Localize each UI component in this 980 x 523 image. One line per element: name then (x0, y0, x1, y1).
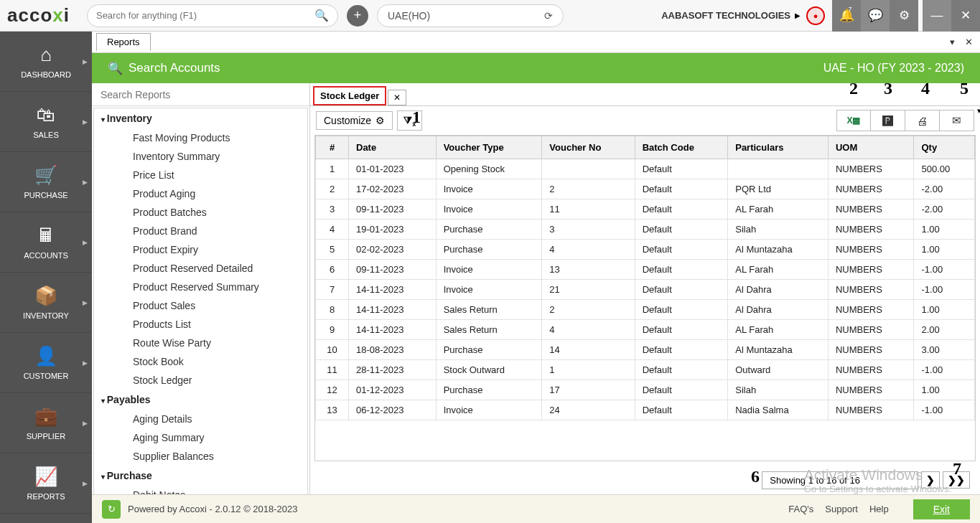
nav-item-accounts[interactable]: 🖩ACCOUNTS▶ (0, 212, 92, 273)
window-close-icon[interactable]: ✕ (965, 37, 973, 47)
report-group[interactable]: Payables (94, 390, 307, 410)
nav-item-reports[interactable]: 📈REPORTS▶ (0, 453, 92, 514)
col-header[interactable]: Date (349, 136, 437, 159)
window-dropdown-icon[interactable]: ▾ (950, 37, 955, 47)
table-row[interactable]: 1306-12-2023Invoice24DefaultNadia SalmaN… (316, 400, 975, 420)
global-search-input[interactable] (96, 10, 314, 21)
cell: 10 (316, 340, 349, 360)
report-item[interactable]: Product Expiry (94, 240, 307, 259)
report-item[interactable]: Inventory Summary (94, 147, 307, 166)
report-item[interactable]: Stock Ledger (94, 371, 307, 390)
help-link[interactable]: Help (869, 504, 889, 514)
nav-item-purchase[interactable]: 🛒PURCHASE▶ (0, 152, 92, 212)
email-button[interactable]: ✉ (940, 110, 974, 131)
nav-item-inventory[interactable]: 📦INVENTORY▶ (0, 273, 92, 333)
report-item[interactable]: Product Reserved Summary (94, 278, 307, 296)
customize-button[interactable]: Customize ⚙ (316, 111, 393, 130)
report-item[interactable]: Product Batches (94, 203, 307, 222)
report-item[interactable]: Product Brand (94, 222, 307, 240)
page-next-button[interactable]: ❯ (921, 471, 940, 489)
nav-item-dashboard[interactable]: ⌂DASHBOARD▶ (0, 32, 92, 92)
cell: 09-11-2023 (349, 260, 437, 280)
report-item[interactable]: Aging Details (94, 410, 307, 428)
report-item[interactable]: Fast Moving Products (94, 128, 307, 147)
report-item[interactable]: Stock Book (94, 352, 307, 371)
search-accounts-label[interactable]: Search Accounts (129, 61, 220, 75)
report-item[interactable]: Aging Summary (94, 428, 307, 447)
page-last-button[interactable]: ❯❯ (943, 471, 970, 489)
col-header[interactable]: Voucher Type (436, 136, 542, 159)
search-icon[interactable]: 🔍 (314, 9, 329, 22)
global-search[interactable]: 🔍 (87, 4, 338, 27)
col-header[interactable]: UOM (828, 136, 914, 159)
entity-selector[interactable]: UAE(HO) ⟳ (377, 4, 564, 27)
gear-icon[interactable]: ⚙ (890, 0, 918, 32)
nav-item-sales[interactable]: 🛍SALES▶ (0, 92, 92, 152)
nav-item-supplier[interactable]: 💼SUPPLIER▶ (0, 393, 92, 453)
cell: NUMBERS (828, 199, 914, 220)
cell: 06-12-2023 (349, 400, 437, 420)
window-tabs: Reports ▾ ✕ (92, 32, 980, 53)
col-header[interactable]: Qty (914, 136, 975, 159)
table-row[interactable]: 1201-12-2023Purchase17DefaultSilahNUMBER… (316, 380, 975, 400)
table-row[interactable]: 1128-11-2023Stock Outward1DefaultOutward… (316, 360, 975, 380)
cell: 3 (542, 220, 635, 240)
table-row[interactable]: 914-11-2023Sales Return4DefaultAL FarahN… (316, 320, 975, 340)
report-item[interactable]: Products List (94, 315, 307, 334)
app-logo: accoxi (0, 4, 83, 27)
dropdown-caret-icon[interactable]: ▾ (977, 106, 980, 116)
report-tab-close[interactable]: ✕ (388, 90, 406, 105)
report-search-input[interactable] (101, 89, 301, 100)
table-row[interactable]: 609-11-2023Invoice13DefaultAL FarahNUMBE… (316, 260, 975, 280)
tab-reports[interactable]: Reports (96, 33, 151, 52)
table-row[interactable]: 101-01-2023Opening StockDefaultNUMBERS50… (316, 159, 975, 179)
print-button[interactable]: 🖨 (905, 110, 940, 131)
faq-link[interactable]: FAQ's (788, 504, 813, 514)
cell: 14-11-2023 (349, 320, 437, 340)
org-name[interactable]: AABASOFT TECHNOLOGIES (661, 10, 790, 21)
export-excel-button[interactable]: X▦ (836, 110, 871, 131)
table-row[interactable]: 1018-08-2023Purchase14DefaultAl Muntazah… (316, 340, 975, 360)
minimize-icon[interactable]: — (923, 0, 951, 32)
report-group[interactable]: Inventory (94, 108, 307, 128)
cell: AL Farah (728, 260, 829, 280)
chat-icon[interactable]: 💬 (861, 0, 890, 32)
cell: Purchase (436, 240, 542, 260)
add-button[interactable]: + (347, 5, 368, 27)
report-item[interactable]: Product Aging (94, 184, 307, 203)
exit-button[interactable]: Exit (913, 499, 970, 519)
export-pdf-button[interactable]: 🅿 (871, 110, 905, 131)
table-row[interactable]: 217-02-2023Invoice2DefaultPQR LtdNUMBERS… (316, 179, 975, 199)
table-row[interactable]: 502-02-2023Purchase4DefaultAl MuntazahaN… (316, 240, 975, 260)
report-tree[interactable]: InventoryFast Moving ProductsInventory S… (93, 108, 308, 522)
bell-icon[interactable]: 🔔7 (832, 0, 861, 32)
report-item[interactable]: Route Wise Party (94, 334, 307, 352)
report-item[interactable]: Price List (94, 166, 307, 184)
report-search[interactable] (92, 83, 309, 106)
col-header[interactable]: Batch Code (635, 136, 728, 159)
table-row[interactable]: 419-01-2023Purchase3DefaultSilahNUMBERS1… (316, 220, 975, 240)
close-icon[interactable]: ✕ (951, 0, 980, 32)
col-header[interactable]: # (316, 136, 349, 159)
nav-item-customer[interactable]: 👤CUSTOMER▶ (0, 333, 92, 393)
report-group[interactable]: Purchase (94, 466, 307, 486)
table-row[interactable]: 814-11-2023Sales Return2DefaultAl DahraN… (316, 300, 975, 320)
report-item[interactable]: Supplier Balances (94, 447, 307, 466)
col-header[interactable]: Voucher No (542, 136, 635, 159)
report-item[interactable]: Product Sales (94, 296, 307, 315)
table-row[interactable]: 714-11-2023Invoice21DefaultAl DahraNUMBE… (316, 280, 975, 300)
chevron-right-icon[interactable]: ▶ (795, 11, 801, 19)
report-item[interactable]: Product Reserved Detailed (94, 259, 307, 278)
user-avatar[interactable]: ● (806, 6, 825, 25)
table-row[interactable]: 309-11-2023Invoice11DefaultAL FarahNUMBE… (316, 199, 975, 220)
cell: 2.00 (914, 320, 975, 340)
sync-icon[interactable]: ⟳ (544, 10, 553, 22)
cell: Invoice (436, 400, 542, 420)
data-grid[interactable]: #DateVoucher TypeVoucher NoBatch CodePar… (314, 135, 976, 461)
support-link[interactable]: Support (825, 504, 858, 514)
col-header[interactable]: Particulars (728, 136, 829, 159)
report-body: Stock Ledger ✕ 2 3 4 5 Customize ⚙ ⧩x 1 … (310, 83, 980, 523)
cell: Al Dahra (728, 300, 829, 320)
report-tab-active[interactable]: Stock Ledger (313, 86, 386, 105)
search-icon[interactable]: 🔍 (108, 61, 123, 76)
